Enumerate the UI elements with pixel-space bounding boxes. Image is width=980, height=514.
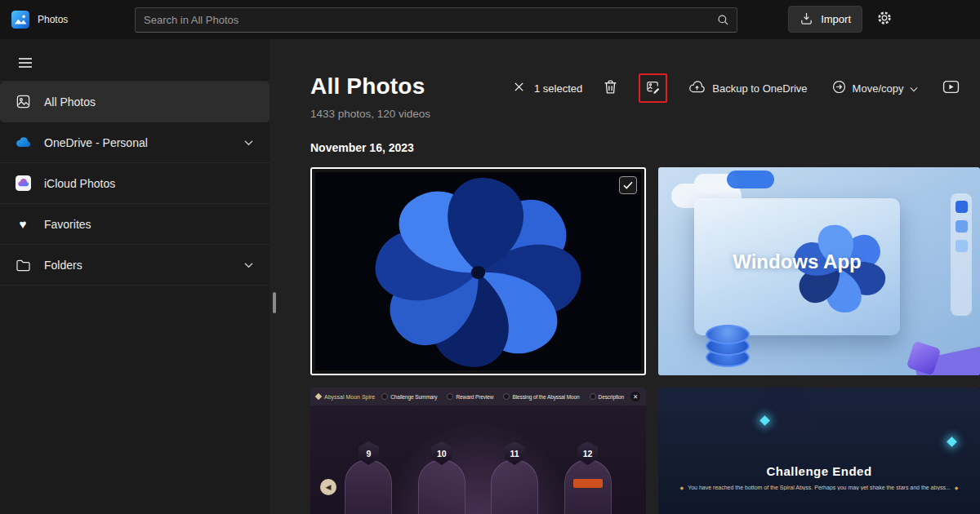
- tab-dot-icon: [503, 393, 510, 400]
- abyss-tabs: Challenge Summary Reward Preview Blessin…: [381, 393, 624, 400]
- abyss-tab: Blessing of the Abyssal Moon: [503, 393, 579, 400]
- app-icon: [956, 220, 968, 233]
- photo-thumbnail: Abyssal Moon Spire Challenge Summary Rew…: [310, 388, 646, 514]
- sidebar-item-folders[interactable]: Folders: [0, 245, 270, 286]
- abyss-floor: 9: [342, 441, 394, 514]
- floor-arch: [418, 459, 466, 514]
- onedrive-icon: [15, 135, 31, 151]
- tab-dot-icon: [381, 393, 388, 400]
- abyss-tab: Description: [590, 393, 624, 400]
- blue-cloud-shape: [727, 171, 774, 188]
- photo-tile-windows-app[interactable]: Windows App: [658, 167, 980, 375]
- sidebar-nav-list: All Photos OneDrive - Personal: [0, 81, 270, 286]
- photo-thumbnail: [315, 172, 641, 370]
- challenge-ended-title: Challenge Ended: [658, 464, 980, 478]
- edit-image-icon: [645, 79, 661, 97]
- move-copy-label: Move/copy: [853, 82, 904, 95]
- slideshow-icon: [942, 80, 960, 96]
- app-icon: [956, 201, 968, 213]
- hamburger-menu-button[interactable]: [13, 52, 38, 76]
- annotation-highlight-box: [639, 73, 667, 103]
- folder-icon: [15, 257, 31, 273]
- photo-tile-windows-bloom[interactable]: [310, 167, 646, 375]
- clear-selection-button[interactable]: [510, 78, 528, 98]
- import-button[interactable]: Import: [788, 6, 862, 33]
- trash-icon: [604, 79, 617, 97]
- sidebar-item-onedrive[interactable]: OneDrive - Personal: [0, 122, 270, 163]
- title-block: All Photos 1433 photos, 120 videos: [310, 73, 510, 120]
- main-content: All Photos 1433 photos, 120 videos 1 sel…: [270, 39, 980, 514]
- slideshow-button[interactable]: [939, 77, 963, 100]
- abyss-floors: 9 10 11: [310, 441, 646, 514]
- sidebar-resize-handle[interactable]: [273, 292, 276, 313]
- icloud-icon: [15, 175, 31, 192]
- tablet-screen: Windows App: [694, 198, 900, 335]
- title-bar: Photos Import: [0, 0, 980, 39]
- date-group-header: November 16, 2023: [310, 141, 980, 154]
- floating-app-icons: [951, 193, 972, 316]
- tab-dot-icon: [447, 393, 453, 400]
- chevron-down-icon[interactable]: [244, 262, 253, 268]
- floor-arch: [345, 459, 392, 514]
- settings-button[interactable]: [874, 7, 895, 31]
- abyss-floor: 11: [488, 441, 541, 514]
- abyss-tab-label: Challenge Summary: [390, 394, 437, 400]
- sidebar-item-label: Folders: [44, 259, 82, 272]
- abyss-title-label: Abyssal Moon Spire: [324, 394, 375, 400]
- sidebar-item-label: OneDrive - Personal: [44, 136, 148, 149]
- orange-badge: [573, 479, 603, 488]
- topbar-actions: Import: [788, 6, 895, 33]
- search-input[interactable]: [136, 8, 709, 32]
- ornament-icon: ◆: [955, 485, 959, 490]
- windows-app-caption: Windows App: [694, 250, 900, 273]
- app-icon: [956, 240, 968, 252]
- sidebar-item-favorites[interactable]: ♥ Favorites: [0, 204, 270, 245]
- sidebar-item-label: iCloud Photos: [44, 177, 115, 190]
- ornament-icon: ◆: [680, 485, 684, 490]
- abyss-title-group: Abyssal Moon Spire: [316, 394, 375, 400]
- selected-checkbox[interactable]: [619, 176, 637, 194]
- photos-app-icon: [11, 11, 29, 29]
- app-title: Photos: [38, 14, 68, 25]
- import-label: Import: [821, 13, 851, 25]
- move-copy-icon: [832, 80, 846, 96]
- search-box[interactable]: [135, 7, 737, 33]
- diamond-icon: [315, 393, 322, 400]
- challenge-ended-description: ◆You have reached the bottom of the Spir…: [671, 485, 967, 490]
- sidebar-item-icloud[interactable]: iCloud Photos: [0, 163, 270, 204]
- floor-arch: [491, 459, 538, 514]
- abyss-floor: 12: [562, 441, 614, 514]
- selection-toolbar: 1 selected: [510, 73, 980, 103]
- chevron-down-icon[interactable]: [244, 140, 253, 146]
- selection-group: 1 selected: [510, 78, 582, 98]
- checkmark-icon: [623, 178, 633, 193]
- close-icon: [514, 82, 524, 95]
- search-icon[interactable]: [709, 14, 737, 26]
- backup-onedrive-button[interactable]: Backup to OneDrive: [685, 78, 810, 100]
- abyss-tab-label: Blessing of the Abyssal Moon: [512, 394, 579, 400]
- photo-tile-abyss-screenshot[interactable]: Abyssal Moon Spire Challenge Summary Rew…: [310, 388, 646, 514]
- photo-grid: Windows App: [310, 167, 980, 514]
- edit-image-button[interactable]: [644, 78, 662, 99]
- hamburger-icon: [18, 57, 33, 71]
- library-count: 1433 photos, 120 videos: [310, 108, 510, 120]
- back-arrow-icon: ◀: [320, 479, 336, 495]
- delete-button[interactable]: [600, 76, 621, 100]
- all-photos-icon: [15, 94, 31, 110]
- glowing-diamond-icon: [947, 436, 957, 447]
- move-copy-button[interactable]: Move/copy: [829, 77, 922, 100]
- backup-label: Backup to OneDrive: [712, 82, 807, 95]
- abyss-tab-label: Description: [599, 394, 624, 400]
- sidebar-item-all-photos[interactable]: All Photos: [0, 82, 270, 122]
- abyss-tab: Challenge Summary: [381, 393, 437, 400]
- tab-dot-icon: [590, 393, 596, 400]
- heart-icon: ♥: [15, 216, 31, 233]
- sidebar: All Photos OneDrive - Personal: [0, 39, 270, 514]
- photos-app-window: Photos Import: [0, 0, 980, 514]
- sidebar-item-label: Favorites: [44, 218, 91, 231]
- import-icon: [800, 11, 813, 28]
- coin-stack: [706, 325, 750, 344]
- gear-icon: [877, 11, 892, 28]
- abyss-top-bar: Abyssal Moon Spire Challenge Summary Rew…: [310, 388, 646, 405]
- photo-tile-challenge-ended[interactable]: Challenge Ended ◆You have reached the bo…: [658, 388, 980, 514]
